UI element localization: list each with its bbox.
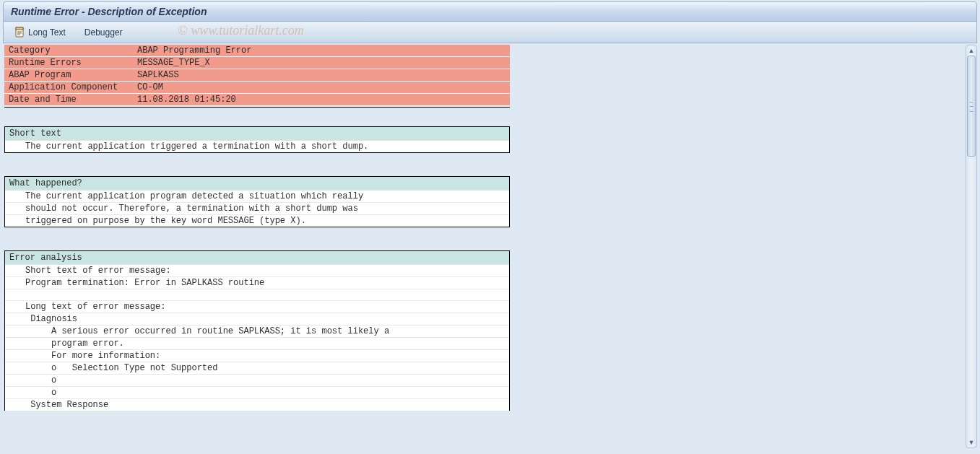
- info-row: Date and Time 11.08.2018 01:45:20: [4, 94, 510, 106]
- text-line: Diagnosis: [5, 313, 509, 326]
- info-label: Runtime Errors: [4, 57, 133, 69]
- scroll-up-arrow-icon[interactable]: ▲: [966, 45, 976, 56]
- text-line: The current application triggered a term…: [5, 141, 509, 152]
- long-text-label: Long Text: [28, 27, 66, 38]
- debugger-label: Debugger: [84, 27, 123, 38]
- page-title: Runtime Error - Description of Exception: [11, 6, 207, 17]
- info-label: ABAP Program: [4, 69, 133, 82]
- what-happened-section: What happened? The current application p…: [4, 176, 510, 227]
- text-line: For more information:: [5, 350, 509, 362]
- info-label: Category: [4, 45, 133, 57]
- content-area: Category ABAP Programming Error Runtime …: [4, 45, 964, 448]
- section-body: The current application program detected…: [5, 191, 509, 227]
- text-line: A serious error occurred in routine SAPL…: [5, 326, 509, 338]
- section-heading: Error analysis: [5, 251, 509, 265]
- svg-rect-1: [16, 27, 23, 30]
- scroll-track[interactable]: [966, 56, 976, 437]
- text-line: [5, 289, 509, 301]
- info-label: Application Component: [4, 82, 133, 94]
- info-value: MESSAGE_TYPE_X: [133, 57, 510, 69]
- toolbar: Long Text Debugger: [3, 22, 977, 43]
- scroll-down-arrow-icon[interactable]: ▼: [966, 437, 976, 448]
- text-line: program error.: [5, 338, 509, 350]
- short-text-section: Short text The current application trigg…: [4, 126, 510, 153]
- info-table: Category ABAP Programming Error Runtime …: [4, 45, 510, 106]
- section-body: Short text of error message: Program ter…: [5, 265, 509, 411]
- text-line: triggered on purpose by the key word MES…: [5, 215, 509, 227]
- divider: [4, 107, 510, 108]
- text-line: Program termination: Error in SAPLKASS r…: [5, 277, 509, 289]
- scroll-thumb[interactable]: [967, 56, 976, 157]
- info-label: Date and Time: [4, 94, 133, 106]
- debugger-button[interactable]: Debugger: [82, 26, 126, 39]
- section-body: The current application triggered a term…: [5, 141, 509, 152]
- text-line: o: [5, 375, 509, 387]
- text-line: should not occur. Therefore, a terminati…: [5, 203, 509, 215]
- info-row: Application Component CO-OM: [4, 82, 510, 94]
- error-analysis-section: Error analysis Short text of error messa…: [4, 250, 510, 411]
- title-bar: Runtime Error - Description of Exception: [3, 1, 977, 22]
- info-row: ABAP Program SAPLKASS: [4, 69, 510, 82]
- section-heading: What happened?: [5, 177, 509, 191]
- document-icon: [14, 27, 25, 38]
- long-text-button[interactable]: Long Text: [11, 25, 69, 40]
- text-line: System Response: [5, 399, 509, 411]
- text-line: The current application program detected…: [5, 191, 509, 203]
- text-line: o: [5, 387, 509, 399]
- vertical-scrollbar[interactable]: ▲ ▼: [966, 45, 977, 448]
- info-row: Runtime Errors MESSAGE_TYPE_X: [4, 57, 510, 69]
- info-value: CO-OM: [133, 82, 510, 94]
- info-value: SAPLKASS: [133, 69, 510, 82]
- info-value: ABAP Programming Error: [133, 45, 510, 57]
- info-value: 11.08.2018 01:45:20: [133, 94, 510, 106]
- info-row: Category ABAP Programming Error: [4, 45, 510, 57]
- text-line: o Selection Type not Supported: [5, 362, 509, 375]
- section-heading: Short text: [5, 127, 509, 141]
- text-line: Long text of error message:: [5, 301, 509, 313]
- text-line: Short text of error message:: [5, 265, 509, 277]
